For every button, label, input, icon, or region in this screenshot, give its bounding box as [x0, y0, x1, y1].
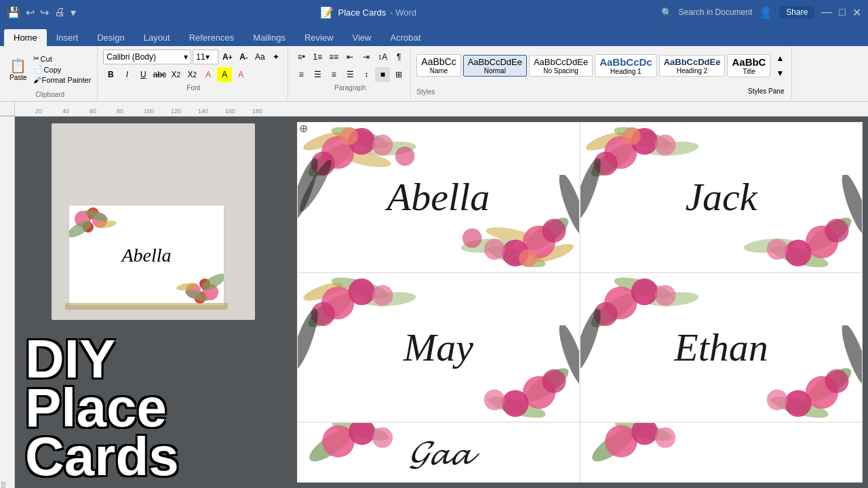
style-heading1[interactable]: AaBbCcDc Heading 1: [595, 54, 657, 77]
style-title[interactable]: AaBbC Title: [727, 54, 770, 77]
search-bar[interactable]: Search in Document: [679, 7, 753, 17]
subscript-btn[interactable]: X2: [168, 67, 183, 82]
place-card-grid: Abella: [297, 122, 863, 483]
style-normal[interactable]: AaBbCcDdEe Normal: [463, 55, 527, 77]
tab-design[interactable]: Design: [87, 29, 134, 46]
align-right-btn[interactable]: ≡: [326, 67, 341, 82]
tab-acrobat[interactable]: Acrobat: [380, 29, 430, 46]
show-hide-btn[interactable]: ¶: [391, 49, 406, 64]
diy-overlay: DIY Place Cards: [15, 328, 292, 488]
svg-point-47: [623, 127, 641, 145]
decrease-indent-btn[interactable]: ⇤: [342, 49, 357, 64]
font-name-select[interactable]: Calibri (Body) ▾: [103, 49, 191, 64]
svg-point-84: [785, 390, 812, 417]
diy-line1: DIY: [25, 335, 281, 384]
quick-access-redo[interactable]: ↪: [40, 6, 49, 19]
strikethrough-btn[interactable]: abc: [152, 67, 167, 82]
font-row-2: B I U abc X2 X2 A A A: [103, 66, 283, 83]
thumb-floral-br: [163, 258, 224, 306]
numbering-btn[interactable]: 1≡: [310, 49, 325, 64]
shading-btn[interactable]: ■: [375, 67, 390, 82]
multilevel-btn[interactable]: ≡≡: [326, 49, 341, 64]
tab-mailings[interactable]: Mailings: [243, 29, 295, 46]
format-painter-icon: 🖌: [33, 76, 41, 84]
increase-indent-btn[interactable]: ⇥: [359, 49, 374, 64]
svg-point-23: [340, 127, 358, 145]
decrease-font-btn[interactable]: A-: [236, 49, 251, 64]
bold-btn[interactable]: B: [103, 67, 118, 82]
styles-label: Styles: [416, 88, 435, 96]
style-name[interactable]: AaBbCc Name: [416, 54, 460, 77]
tab-insert[interactable]: Insert: [47, 29, 88, 46]
bullets-btn[interactable]: ≡•: [294, 49, 309, 64]
quick-access-save[interactable]: 💾: [7, 6, 20, 19]
vertical-ruler: 20 40 60 80 100 120: [0, 117, 15, 488]
line-spacing-btn[interactable]: ↕: [359, 67, 374, 82]
svg-point-70: [542, 369, 566, 392]
ruler-160: 160: [225, 108, 252, 115]
svg-point-24: [395, 146, 415, 166]
font-color-2-btn[interactable]: A: [233, 67, 248, 82]
align-center-btn[interactable]: ☰: [310, 67, 325, 82]
quick-access-print[interactable]: 🖨: [54, 6, 65, 18]
styles-up-btn[interactable]: ▲: [772, 51, 787, 66]
thumbnail-container: Abella: [52, 123, 255, 320]
tab-view[interactable]: View: [343, 29, 381, 46]
tab-layout[interactable]: Layout: [134, 29, 180, 46]
borders-btn[interactable]: ⊞: [391, 67, 406, 82]
font-size-select[interactable]: 11 ▾: [193, 49, 218, 64]
svg-point-64: [372, 285, 393, 306]
styles-pane-btn[interactable]: Styles Pane: [745, 83, 787, 98]
sort-btn[interactable]: ↕A: [375, 49, 390, 64]
search-icon[interactable]: 🔍: [661, 7, 672, 18]
copy-button[interactable]: 📄 Copy: [31, 64, 94, 75]
cut-icon: ✂: [33, 54, 39, 63]
tab-review[interactable]: Review: [295, 29, 343, 46]
title-bar-left: 💾 ↩ ↪ 🖨 ▾: [7, 6, 76, 19]
share-button[interactable]: Share: [779, 6, 814, 18]
italic-btn[interactable]: I: [119, 67, 134, 82]
minimize-button[interactable]: —: [821, 6, 832, 18]
font-group: Calibri (Body) ▾ 11 ▾ A+ A- Aa ✦ B I U a…: [99, 47, 288, 100]
quick-access-more[interactable]: ▾: [71, 6, 76, 19]
document-title: Place Cards: [338, 7, 386, 18]
cut-button[interactable]: ✂ Cut: [31, 54, 94, 64]
style-no-spacing[interactable]: AaBbCcDdEe No Spacing: [529, 55, 593, 77]
floral-tl-bottom-right: [580, 423, 735, 482]
increase-font-btn[interactable]: A+: [220, 49, 235, 64]
tab-home[interactable]: Home: [4, 29, 47, 46]
close-button[interactable]: ✕: [852, 6, 861, 19]
place-card-abella: Abella: [297, 122, 580, 272]
card-name-bottom-left-partial: 𝓖𝓪𝓪: [408, 433, 469, 474]
clipboard-label: Clipboard: [35, 91, 64, 98]
svg-point-35: [484, 239, 505, 260]
underline-btn[interactable]: U: [136, 67, 151, 82]
format-painter-button[interactable]: 🖌 Format Painter: [31, 75, 94, 85]
account-icon[interactable]: 👤: [759, 6, 772, 19]
svg-point-46: [655, 135, 676, 156]
justify-btn[interactable]: ☰: [342, 67, 357, 82]
card-stand: [65, 303, 229, 310]
card-name-jack: Jack: [685, 174, 757, 220]
clear-format-btn[interactable]: ✦: [269, 49, 283, 64]
add-element-button[interactable]: ⊕: [298, 123, 308, 133]
paste-button[interactable]: 📋 Paste: [7, 56, 30, 83]
copy-icon: 📄: [33, 65, 43, 74]
svg-point-85: [825, 369, 848, 392]
tab-references[interactable]: References: [180, 29, 243, 46]
maximize-button[interactable]: □: [839, 6, 846, 18]
styles-down-btn[interactable]: ▼: [772, 66, 787, 81]
quick-access-undo[interactable]: ↩: [26, 6, 35, 19]
svg-point-22: [372, 135, 393, 156]
highlight-btn[interactable]: A: [217, 67, 232, 82]
svg-point-53: [785, 239, 812, 266]
superscript-btn[interactable]: X2: [184, 67, 199, 82]
card-name-abella: Abella: [387, 174, 490, 220]
align-left-btn[interactable]: ≡: [294, 67, 309, 82]
style-heading2[interactable]: AaBbCcDdEe Heading 2: [659, 55, 726, 77]
styles-gallery: AaBbCc Name AaBbCcDdEe Normal AaBbCcDdEe…: [416, 49, 787, 82]
font-color-btn[interactable]: A: [201, 67, 216, 82]
clipboard-group: 📋 Paste ✂ Cut 📄 Copy 🖌 Format Painter Cl…: [3, 47, 98, 100]
svg-point-79: [655, 285, 676, 306]
change-case-btn[interactable]: Aa: [252, 49, 267, 64]
